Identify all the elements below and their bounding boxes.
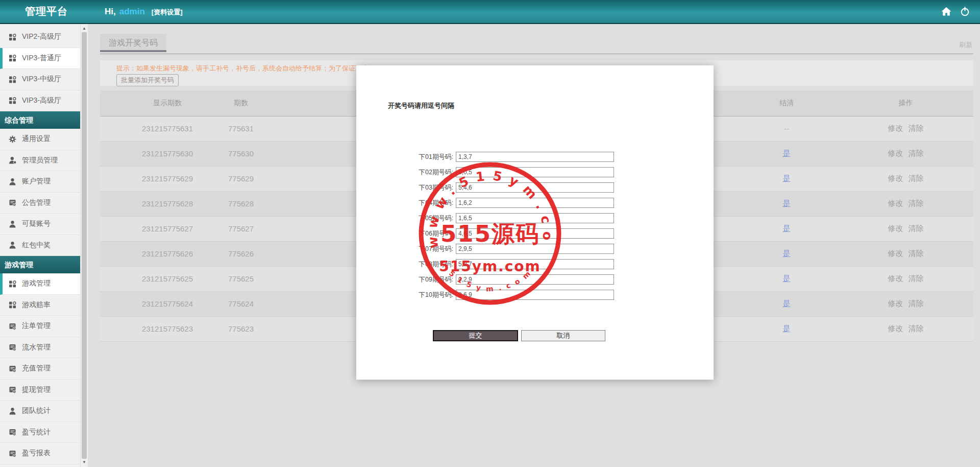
lottery-number-input[interactable] xyxy=(456,290,614,300)
field-label: 下09期号码: xyxy=(356,275,456,284)
scroll-up-icon[interactable]: ▲ xyxy=(81,26,88,32)
sidebar-item-可疑账号[interactable]: 可疑账号 xyxy=(0,214,80,235)
sidebar-item-盈亏统计[interactable]: 盈亏统计 xyxy=(0,422,80,443)
sidebar: VIP2-高级厅 VIP3-普通厅 VIP3-中级厅 VIP3-高级厅 综合管理… xyxy=(0,24,80,467)
batch-add-numbers-button[interactable]: 批量添加开奖号码 xyxy=(116,74,179,86)
edit-link[interactable]: 修改 xyxy=(888,199,903,207)
clear-link[interactable]: 清除 xyxy=(909,149,924,157)
sidebar-item-label: 通用设置 xyxy=(22,134,51,144)
cell-settled: 是 xyxy=(735,291,838,316)
lottery-number-input[interactable] xyxy=(456,213,614,223)
user-icon xyxy=(9,220,16,228)
user-icon xyxy=(9,407,16,415)
clear-link[interactable]: 清除 xyxy=(909,174,924,182)
lottery-number-input[interactable] xyxy=(456,259,614,269)
clear-link[interactable]: 清除 xyxy=(909,199,924,207)
clear-link[interactable]: 清除 xyxy=(909,249,924,258)
sidebar-item-游戏管理[interactable]: 游戏管理 xyxy=(0,273,80,295)
sidebar-item-label: VIP3-高级厅 xyxy=(22,96,61,105)
edit-link[interactable]: 修改 xyxy=(888,149,903,157)
cell-display-period: 231215775625 xyxy=(131,266,204,291)
lottery-number-input[interactable] xyxy=(456,228,614,239)
sidebar-item-充值管理[interactable]: 充值管理 xyxy=(0,358,80,380)
profile-settings-link[interactable]: [资料设置] xyxy=(152,8,183,17)
settled-value[interactable]: 是 xyxy=(783,174,791,182)
settled-value[interactable]: 是 xyxy=(783,274,791,283)
cell-actions: 修改 清除 xyxy=(838,191,973,216)
sidebar-item-label: 团队统计 xyxy=(22,406,51,415)
clear-link[interactable]: 清除 xyxy=(909,124,924,132)
clear-link[interactable]: 清除 xyxy=(909,299,924,308)
lottery-number-input[interactable] xyxy=(456,182,614,193)
edit-link[interactable]: 修改 xyxy=(888,124,903,132)
clear-link[interactable]: 清除 xyxy=(909,324,924,333)
sidebar-item-注单管理[interactable]: 注单管理 xyxy=(0,316,80,337)
sidebar-item-管理员管理[interactable]: 管理员管理 xyxy=(0,150,80,172)
modal-field-row: 下04期号码: xyxy=(356,195,714,211)
sidebar-item-游戏赔率[interactable]: 游戏赔率 xyxy=(0,295,80,316)
lottery-number-input[interactable] xyxy=(456,274,614,285)
edit-link[interactable]: 修改 xyxy=(888,299,903,308)
settled-value[interactable]: 是 xyxy=(783,299,791,308)
home-icon[interactable] xyxy=(941,7,951,16)
clear-link[interactable]: 清除 xyxy=(909,224,924,232)
settled-value[interactable]: 是 xyxy=(783,324,791,333)
settled-value[interactable]: 是 xyxy=(783,149,791,157)
sidebar-item-VIP3-中级厅[interactable]: VIP3-中级厅 xyxy=(0,69,80,90)
sidebar-item-label: 注单管理 xyxy=(22,321,51,331)
sidebar-item-VIP2-高级厅[interactable]: VIP2-高级厅 xyxy=(0,27,80,48)
power-icon[interactable] xyxy=(960,7,970,16)
sidebar-item-VIP3-普通厅[interactable]: VIP3-普通厅 xyxy=(0,48,80,69)
cell-settled: 是 xyxy=(735,316,838,341)
user-icon xyxy=(9,178,16,185)
lottery-number-input[interactable] xyxy=(456,152,614,162)
lottery-number-input[interactable] xyxy=(456,198,614,208)
edit-link[interactable]: 修改 xyxy=(888,249,903,258)
modal-field-row: 下01期号码: xyxy=(356,149,714,165)
lottery-number-input[interactable] xyxy=(456,167,614,177)
edit-link[interactable]: 修改 xyxy=(888,274,903,283)
sidebar-item-提现管理[interactable]: 提现管理 xyxy=(0,380,80,401)
cancel-button[interactable]: 取消 xyxy=(521,330,605,341)
sidebar-item-账户管理[interactable]: 账户管理 xyxy=(0,171,80,193)
doc-icon xyxy=(9,386,16,393)
edit-link[interactable]: 修改 xyxy=(888,324,903,333)
edit-link[interactable]: 修改 xyxy=(888,224,903,232)
settled-value[interactable]: 是 xyxy=(783,249,791,258)
tab-game-lottery-numbers[interactable]: 游戏开奖号码 xyxy=(100,34,166,52)
edit-link[interactable]: 修改 xyxy=(888,174,903,182)
group-icon xyxy=(9,97,16,104)
refresh-link[interactable]: 刷新 xyxy=(959,40,972,50)
user-greeting: Hi, admin [资料设置] xyxy=(105,7,182,17)
sidebar-item-VIP3-高级厅[interactable]: VIP3-高级厅 xyxy=(0,90,80,112)
group-icon xyxy=(9,301,16,309)
sidebar-item-通用设置[interactable]: 通用设置 xyxy=(0,129,80,150)
cell-settled: 是 xyxy=(735,216,838,241)
settled-value[interactable]: 是 xyxy=(783,199,791,207)
sidebar-item-label: 账户管理 xyxy=(22,177,51,186)
submit-button[interactable]: 提交 xyxy=(433,330,518,341)
col-actions: 操作 xyxy=(838,90,973,116)
modal-title: 开奖号码请用逗号间隔 xyxy=(388,101,454,110)
sidebar-item-红包中奖[interactable]: 红包中奖 xyxy=(0,235,80,256)
sidebar-scrollbar[interactable]: ▲ ▼ xyxy=(80,24,88,467)
sidebar-item-盈亏报表[interactable]: 盈亏报表 xyxy=(0,443,80,464)
cell-display-period: 231215775631 xyxy=(131,116,204,141)
modal-fields: 下01期号码: 下02期号码: 下03期号码: 下04期号码: 下05期号码: … xyxy=(356,149,714,302)
settled-value[interactable]: 是 xyxy=(783,224,791,232)
clear-link[interactable]: 清除 xyxy=(909,274,924,283)
sidebar-item-label: 充值管理 xyxy=(22,364,51,373)
sidebar-item-label: 管理员管理 xyxy=(22,156,58,165)
sidebar-item-公告管理[interactable]: 公告管理 xyxy=(0,193,80,214)
app-title: 管理平台 xyxy=(25,5,68,18)
lottery-number-input[interactable] xyxy=(456,244,614,254)
sidebar-item-label: VIP3-中级厅 xyxy=(22,75,61,84)
scroll-down-icon[interactable]: ▼ xyxy=(81,459,88,465)
sidebar-item-团队统计[interactable]: 团队统计 xyxy=(0,401,80,422)
modal-field-row: 下10期号码: xyxy=(356,287,714,302)
sidebar-section-header: 游戏管理 xyxy=(0,256,80,273)
sidebar-section-header: 综合管理 xyxy=(0,111,80,129)
scrollbar-thumb[interactable] xyxy=(82,32,87,459)
modal-field-row: 下03期号码: xyxy=(356,180,714,195)
sidebar-item-流水管理[interactable]: 流水管理 xyxy=(0,337,80,359)
